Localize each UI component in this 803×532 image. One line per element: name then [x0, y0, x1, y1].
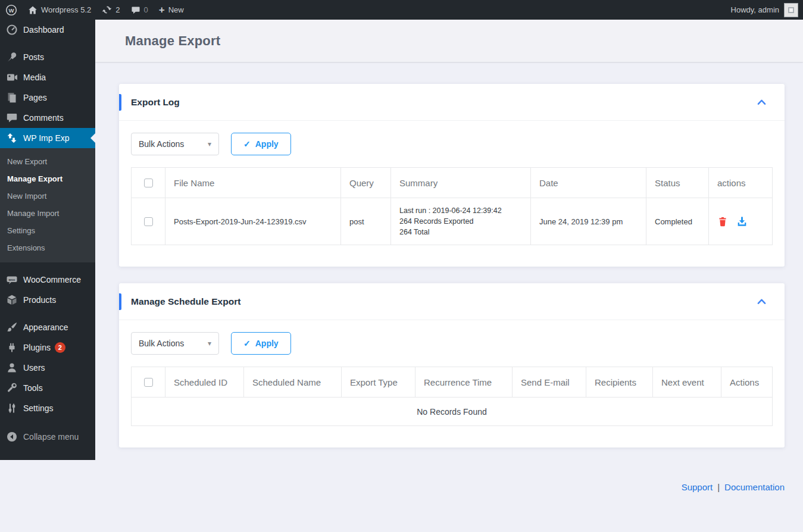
sidebar-label: Settings: [23, 403, 54, 413]
column-header: Scheduled ID: [165, 367, 244, 397]
chevron-up-icon: [757, 99, 767, 105]
sidebar-item-pages[interactable]: Pages: [0, 87, 95, 108]
download-button[interactable]: [736, 216, 748, 227]
schedule-bulk-actions-select[interactable]: Bulk Actions ▾: [131, 332, 219, 355]
documentation-link[interactable]: Documentation: [724, 482, 785, 492]
export-log-toolbar: Bulk Actions ▾ ✓ Apply: [131, 133, 773, 155]
sidebar-item-wp-imp-exp[interactable]: WP Imp Exp: [0, 128, 95, 148]
footer-separator: |: [717, 482, 720, 492]
check-icon: ✓: [243, 139, 251, 149]
bulk-actions-select[interactable]: Bulk Actions ▾: [131, 133, 219, 155]
column-header: Send E-mail: [513, 367, 586, 397]
site-name-link[interactable]: Wordpress 5.2: [23, 0, 96, 20]
bulk-actions-selected-value: Bulk Actions: [139, 139, 184, 149]
home-icon: [28, 5, 38, 15]
wordpress-logo-icon: W: [5, 4, 17, 16]
schedule-collapse-toggle[interactable]: [757, 298, 767, 305]
sidebar-item-settings[interactable]: Settings: [0, 398, 95, 418]
comment-count: 0: [144, 5, 148, 14]
summary-line: 264 Total: [399, 228, 430, 237]
column-header: Status: [646, 168, 709, 198]
sidebar-item-media[interactable]: Media: [0, 67, 95, 87]
select-all-checkbox[interactable]: [144, 179, 153, 187]
chevron-up-icon: [757, 298, 767, 305]
collapse-arrow-icon: [6, 431, 18, 443]
avatar[interactable]: [784, 3, 798, 17]
admin-sidebar: Dashboard Posts Media: [0, 20, 95, 460]
actions-cell: [709, 198, 772, 245]
submenu-settings[interactable]: Settings: [0, 222, 95, 239]
check-icon: ✓: [243, 339, 251, 348]
submenu-extensions[interactable]: Extensions: [0, 239, 95, 256]
file-name-cell: Posts-Export-2019-Jun-24-123919.csv: [165, 198, 341, 245]
sidebar-label: Users: [23, 363, 45, 373]
submenu-new-export[interactable]: New Export: [0, 153, 95, 170]
table-header-row: Scheduled ID Scheduled Name Export Type …: [132, 367, 772, 397]
sidebar-item-plugins[interactable]: Plugins 2: [0, 337, 95, 358]
media-icon: [6, 71, 18, 83]
column-header: actions: [709, 168, 772, 198]
export-log-collapse-toggle[interactable]: [757, 99, 767, 105]
column-header: File Name: [165, 168, 341, 198]
import-export-icon: [6, 132, 18, 144]
row-checkbox[interactable]: [144, 217, 153, 226]
sidebar-label: Dashboard: [23, 25, 64, 35]
updates-link[interactable]: 2: [96, 0, 125, 20]
panel-accent-bar: [119, 293, 121, 310]
schedule-table: Scheduled ID Scheduled Name Export Type …: [131, 367, 773, 426]
column-header: Recipients: [586, 367, 653, 397]
summary-line: 264 Records Exported: [399, 217, 473, 226]
content-area: Manage Export Export Log Bulk Actions ▾: [95, 20, 803, 532]
support-link[interactable]: Support: [682, 482, 713, 492]
sidebar-item-appearance[interactable]: Appearance: [0, 317, 95, 337]
pin-icon: [6, 51, 18, 63]
comments-link[interactable]: 0: [126, 0, 154, 20]
column-header: Summary: [391, 168, 531, 198]
table-header-row: File Name Query Summary Date Status acti…: [132, 168, 772, 198]
user-icon: [6, 362, 18, 374]
sidebar-item-comments[interactable]: Comments: [0, 108, 95, 128]
menu-separator: [0, 310, 95, 317]
page-header: Manage Export: [95, 20, 803, 62]
sidebar-item-posts[interactable]: Posts: [0, 47, 95, 67]
row-select-cell: [132, 198, 165, 245]
sidebar-item-products[interactable]: Products: [0, 290, 95, 310]
apply-label: Apply: [255, 339, 279, 348]
trash-icon: [717, 216, 728, 227]
new-content-link[interactable]: + New: [154, 0, 189, 20]
apply-button[interactable]: ✓ Apply: [231, 133, 291, 155]
sidebar-item-woocommerce[interactable]: woo WooCommerce: [0, 270, 95, 290]
submenu-manage-export[interactable]: Manage Export: [0, 170, 95, 187]
howdy-text[interactable]: Howdy, admin: [731, 5, 779, 14]
schedule-apply-button[interactable]: ✓ Apply: [231, 332, 291, 355]
select-all-checkbox[interactable]: [144, 378, 153, 387]
sidebar-label: Collapse menu: [23, 432, 79, 442]
svg-text:W: W: [9, 7, 14, 13]
submenu-new-import[interactable]: New Import: [0, 187, 95, 205]
box-icon: [6, 294, 18, 306]
menu-separator: [0, 262, 95, 270]
delete-button[interactable]: [717, 216, 728, 227]
sidebar-item-dashboard[interactable]: Dashboard: [0, 20, 95, 40]
page-title: Manage Export: [125, 33, 220, 49]
avatar-glyph: [788, 7, 794, 13]
sidebar-label: Posts: [23, 52, 44, 62]
comments-icon: [6, 112, 18, 124]
chevron-down-icon: ▾: [208, 339, 211, 348]
sidebar-label: Appearance: [23, 323, 68, 332]
sidebar-item-users[interactable]: Users: [0, 358, 95, 378]
wordpress-logo-menu[interactable]: W: [0, 0, 23, 20]
select-all-cell: [132, 367, 165, 397]
export-log-title: Export Log: [131, 97, 180, 108]
status-cell: Completed: [646, 198, 709, 245]
column-header: Recurrence Time: [415, 367, 513, 397]
collapse-menu-button[interactable]: Collapse menu: [0, 427, 95, 447]
plugin-footer: Support|Documentation: [119, 482, 785, 492]
new-label: New: [168, 5, 184, 14]
download-icon: [736, 216, 748, 227]
submenu-manage-import[interactable]: Manage Import: [0, 205, 95, 222]
date-cell: June 24, 2019 12:39 pm: [531, 198, 646, 245]
schedule-panel-title: Manage Schedule Export: [131, 296, 240, 307]
sidebar-item-tools[interactable]: Tools: [0, 378, 95, 398]
apply-label: Apply: [255, 139, 279, 149]
